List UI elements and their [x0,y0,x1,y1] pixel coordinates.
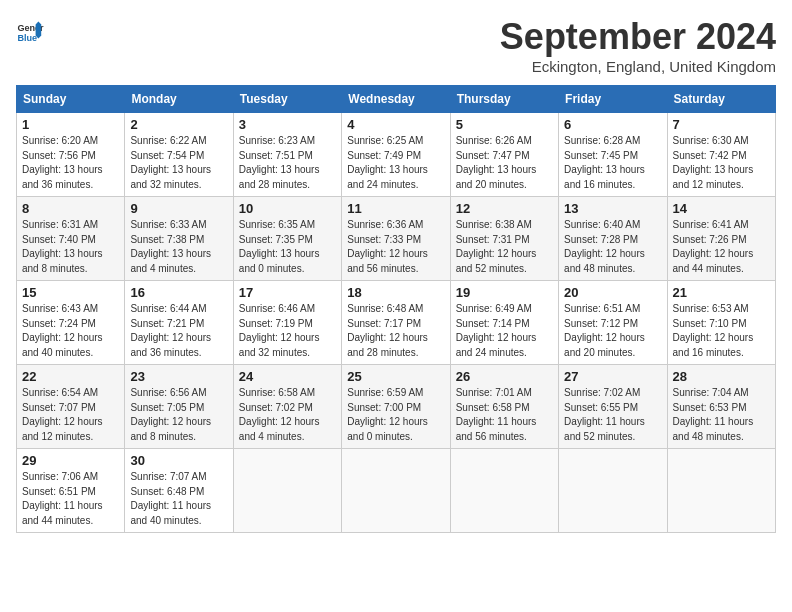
weekday-header: SundayMondayTuesdayWednesdayThursdayFrid… [17,86,776,113]
day-info: Sunrise: 6:53 AMSunset: 7:10 PMDaylight:… [673,302,770,360]
calendar-cell: 5Sunrise: 6:26 AMSunset: 7:47 PMDaylight… [450,113,558,197]
header: General Blue September 2024 Eckington, E… [16,16,776,75]
day-info: Sunrise: 6:20 AMSunset: 7:56 PMDaylight:… [22,134,119,192]
day-info: Sunrise: 6:36 AMSunset: 7:33 PMDaylight:… [347,218,444,276]
calendar-row: 8Sunrise: 6:31 AMSunset: 7:40 PMDaylight… [17,197,776,281]
day-number: 3 [239,117,336,132]
day-number: 21 [673,285,770,300]
day-info: Sunrise: 7:01 AMSunset: 6:58 PMDaylight:… [456,386,553,444]
day-number: 4 [347,117,444,132]
day-info: Sunrise: 6:22 AMSunset: 7:54 PMDaylight:… [130,134,227,192]
calendar-cell: 28Sunrise: 7:04 AMSunset: 6:53 PMDayligh… [667,365,775,449]
month-title: September 2024 [500,16,776,58]
location-subtitle: Eckington, England, United Kingdom [500,58,776,75]
calendar-cell: 14Sunrise: 6:41 AMSunset: 7:26 PMDayligh… [667,197,775,281]
day-info: Sunrise: 6:35 AMSunset: 7:35 PMDaylight:… [239,218,336,276]
day-info: Sunrise: 6:43 AMSunset: 7:24 PMDaylight:… [22,302,119,360]
calendar-cell: 24Sunrise: 6:58 AMSunset: 7:02 PMDayligh… [233,365,341,449]
day-info: Sunrise: 6:31 AMSunset: 7:40 PMDaylight:… [22,218,119,276]
calendar-cell [233,449,341,533]
calendar-cell: 11Sunrise: 6:36 AMSunset: 7:33 PMDayligh… [342,197,450,281]
day-number: 17 [239,285,336,300]
day-info: Sunrise: 6:28 AMSunset: 7:45 PMDaylight:… [564,134,661,192]
day-number: 14 [673,201,770,216]
calendar-row: 1Sunrise: 6:20 AMSunset: 7:56 PMDaylight… [17,113,776,197]
day-number: 16 [130,285,227,300]
day-number: 7 [673,117,770,132]
calendar-cell: 30Sunrise: 7:07 AMSunset: 6:48 PMDayligh… [125,449,233,533]
day-number: 23 [130,369,227,384]
day-number: 10 [239,201,336,216]
calendar-cell: 21Sunrise: 6:53 AMSunset: 7:10 PMDayligh… [667,281,775,365]
day-info: Sunrise: 7:06 AMSunset: 6:51 PMDaylight:… [22,470,119,528]
calendar-table: SundayMondayTuesdayWednesdayThursdayFrid… [16,85,776,533]
calendar-cell: 27Sunrise: 7:02 AMSunset: 6:55 PMDayligh… [559,365,667,449]
day-number: 25 [347,369,444,384]
weekday-header-cell: Saturday [667,86,775,113]
calendar-cell: 8Sunrise: 6:31 AMSunset: 7:40 PMDaylight… [17,197,125,281]
day-info: Sunrise: 6:54 AMSunset: 7:07 PMDaylight:… [22,386,119,444]
logo: General Blue [16,16,44,44]
day-number: 20 [564,285,661,300]
day-info: Sunrise: 6:59 AMSunset: 7:00 PMDaylight:… [347,386,444,444]
calendar-cell: 26Sunrise: 7:01 AMSunset: 6:58 PMDayligh… [450,365,558,449]
calendar-cell: 10Sunrise: 6:35 AMSunset: 7:35 PMDayligh… [233,197,341,281]
calendar-cell: 7Sunrise: 6:30 AMSunset: 7:42 PMDaylight… [667,113,775,197]
weekday-header-cell: Sunday [17,86,125,113]
calendar-cell: 12Sunrise: 6:38 AMSunset: 7:31 PMDayligh… [450,197,558,281]
calendar-cell: 18Sunrise: 6:48 AMSunset: 7:17 PMDayligh… [342,281,450,365]
day-number: 18 [347,285,444,300]
day-number: 6 [564,117,661,132]
calendar-cell: 29Sunrise: 7:06 AMSunset: 6:51 PMDayligh… [17,449,125,533]
day-info: Sunrise: 6:30 AMSunset: 7:42 PMDaylight:… [673,134,770,192]
day-info: Sunrise: 7:07 AMSunset: 6:48 PMDaylight:… [130,470,227,528]
day-number: 28 [673,369,770,384]
day-info: Sunrise: 6:26 AMSunset: 7:47 PMDaylight:… [456,134,553,192]
day-info: Sunrise: 6:48 AMSunset: 7:17 PMDaylight:… [347,302,444,360]
weekday-header-cell: Monday [125,86,233,113]
day-number: 19 [456,285,553,300]
day-info: Sunrise: 6:23 AMSunset: 7:51 PMDaylight:… [239,134,336,192]
day-info: Sunrise: 7:04 AMSunset: 6:53 PMDaylight:… [673,386,770,444]
day-number: 2 [130,117,227,132]
calendar-cell: 3Sunrise: 6:23 AMSunset: 7:51 PMDaylight… [233,113,341,197]
day-number: 12 [456,201,553,216]
day-info: Sunrise: 6:49 AMSunset: 7:14 PMDaylight:… [456,302,553,360]
calendar-cell [342,449,450,533]
calendar-row: 15Sunrise: 6:43 AMSunset: 7:24 PMDayligh… [17,281,776,365]
day-number: 26 [456,369,553,384]
calendar-cell: 6Sunrise: 6:28 AMSunset: 7:45 PMDaylight… [559,113,667,197]
weekday-header-cell: Thursday [450,86,558,113]
calendar-cell: 2Sunrise: 6:22 AMSunset: 7:54 PMDaylight… [125,113,233,197]
day-number: 27 [564,369,661,384]
calendar-cell: 20Sunrise: 6:51 AMSunset: 7:12 PMDayligh… [559,281,667,365]
day-number: 5 [456,117,553,132]
calendar-cell [450,449,558,533]
calendar-row: 22Sunrise: 6:54 AMSunset: 7:07 PMDayligh… [17,365,776,449]
day-info: Sunrise: 6:56 AMSunset: 7:05 PMDaylight:… [130,386,227,444]
day-number: 1 [22,117,119,132]
calendar-cell: 17Sunrise: 6:46 AMSunset: 7:19 PMDayligh… [233,281,341,365]
day-number: 15 [22,285,119,300]
day-number: 24 [239,369,336,384]
day-info: Sunrise: 6:41 AMSunset: 7:26 PMDaylight:… [673,218,770,276]
svg-text:Blue: Blue [17,33,37,43]
calendar-row: 29Sunrise: 7:06 AMSunset: 6:51 PMDayligh… [17,449,776,533]
weekday-header-cell: Friday [559,86,667,113]
calendar-cell: 13Sunrise: 6:40 AMSunset: 7:28 PMDayligh… [559,197,667,281]
day-number: 22 [22,369,119,384]
day-info: Sunrise: 6:58 AMSunset: 7:02 PMDaylight:… [239,386,336,444]
day-number: 13 [564,201,661,216]
weekday-header-cell: Tuesday [233,86,341,113]
day-info: Sunrise: 6:38 AMSunset: 7:31 PMDaylight:… [456,218,553,276]
calendar-cell: 1Sunrise: 6:20 AMSunset: 7:56 PMDaylight… [17,113,125,197]
calendar-cell: 19Sunrise: 6:49 AMSunset: 7:14 PMDayligh… [450,281,558,365]
calendar-cell [559,449,667,533]
calendar-body: 1Sunrise: 6:20 AMSunset: 7:56 PMDaylight… [17,113,776,533]
day-number: 8 [22,201,119,216]
day-number: 11 [347,201,444,216]
day-info: Sunrise: 6:44 AMSunset: 7:21 PMDaylight:… [130,302,227,360]
calendar-cell: 4Sunrise: 6:25 AMSunset: 7:49 PMDaylight… [342,113,450,197]
calendar-cell: 16Sunrise: 6:44 AMSunset: 7:21 PMDayligh… [125,281,233,365]
calendar-cell: 23Sunrise: 6:56 AMSunset: 7:05 PMDayligh… [125,365,233,449]
